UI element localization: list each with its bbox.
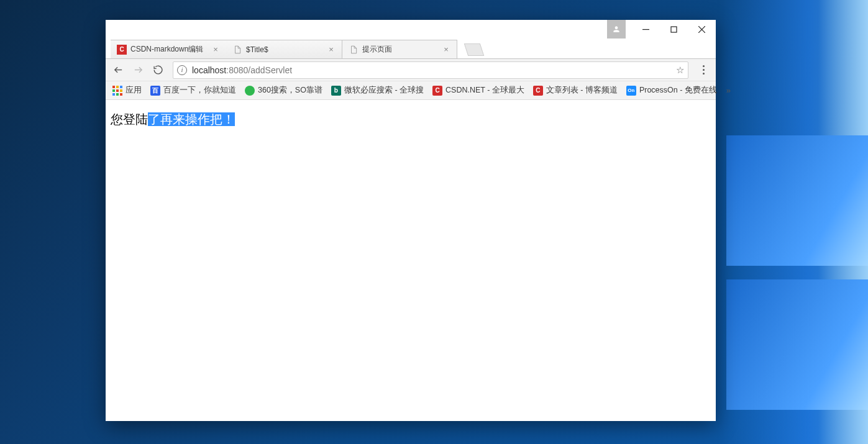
tab-csdn[interactable]: C CSDN-markdown编辑 × [111,40,226,58]
baidu-icon: 百 [150,86,160,96]
message-selected-text: 了再来操作把！ [148,112,235,126]
bookmark-blog[interactable]: C 文章列表 - 博客频道 [530,83,621,98]
window-controls [106,20,716,39]
page-message: 您登陆了再来操作把！ [111,111,711,128]
apps-icon [112,86,122,96]
desktop-tile [726,279,868,410]
apps-shortcut[interactable]: 应用 [109,83,145,98]
close-icon[interactable]: × [327,45,336,54]
message-text: 您登陆 [111,112,148,126]
tab-active[interactable]: 提示页面 × [342,40,457,58]
bookmark-csdn[interactable]: C CSDN.NET - 全球最大 [429,83,528,98]
bookmark-processon[interactable]: On ProcessOn - 免费在线 [623,83,720,98]
profile-badge[interactable] [607,20,626,39]
site-info-icon[interactable]: i [177,65,187,75]
bookmarks-bar: 应用 百 百度一下，你就知道 360搜索，SO靠谱 b 微软必应搜索 - 全球搜… [106,81,716,100]
close-icon[interactable]: × [211,45,220,54]
csdn-icon: C [117,45,127,55]
svg-rect-1 [671,27,677,32]
tab-title-placeholder[interactable]: $Title$ × [226,40,342,58]
minimize-button[interactable] [632,20,660,39]
close-icon[interactable]: × [442,45,450,54]
bookmarks-overflow-button[interactable]: » [723,86,734,95]
bookmark-star-icon[interactable]: ☆ [676,65,684,76]
bookmark-bing[interactable]: b 微软必应搜索 - 全球搜 [328,83,427,98]
360-icon [245,86,255,96]
toolbar: i localhost:8080/addServlet ☆ [106,59,716,81]
desktop-tile [726,135,868,266]
bookmark-360[interactable]: 360搜索，SO靠谱 [242,83,326,98]
tab-title: 提示页面 [362,44,438,55]
bookmark-label: 微软必应搜索 - 全球搜 [344,85,424,96]
bookmark-label: 百度一下，你就知道 [163,85,236,96]
processon-icon: On [626,86,636,96]
new-tab-button[interactable] [464,43,484,56]
browser-window: C CSDN-markdown编辑 × $Title$ × 提示页面 × [106,20,716,421]
tab-strip: C CSDN-markdown编辑 × $Title$ × 提示页面 × [106,39,716,58]
back-button[interactable] [109,61,127,79]
bookmark-label: 360搜索，SO靠谱 [258,85,322,96]
bookmark-label: CSDN.NET - 全球最大 [445,85,524,96]
bookmark-label: ProcessOn - 免费在线 [639,85,717,96]
apps-label: 应用 [126,85,142,96]
address-bar[interactable]: i localhost:8080/addServlet ☆ [173,61,688,79]
maximize-button[interactable] [660,20,688,39]
close-button[interactable] [688,20,716,39]
csdn-icon: C [432,86,442,96]
reload-button[interactable] [149,61,167,79]
tab-title: CSDN-markdown编辑 [130,44,208,55]
csdn-icon: C [533,86,543,96]
menu-dots-icon [703,65,705,75]
file-icon [349,45,359,55]
bing-icon: b [331,86,341,96]
forward-button[interactable] [129,61,147,79]
file-icon [232,45,242,55]
bookmark-baidu[interactable]: 百 百度一下，你就知道 [147,83,239,98]
menu-button[interactable] [695,61,712,79]
page-content: 您登陆了再来操作把！ [106,100,716,421]
url-text: localhost:8080/addServlet [192,65,676,75]
bookmark-label: 文章列表 - 博客频道 [546,85,618,96]
tab-title: $Title$ [246,45,323,54]
